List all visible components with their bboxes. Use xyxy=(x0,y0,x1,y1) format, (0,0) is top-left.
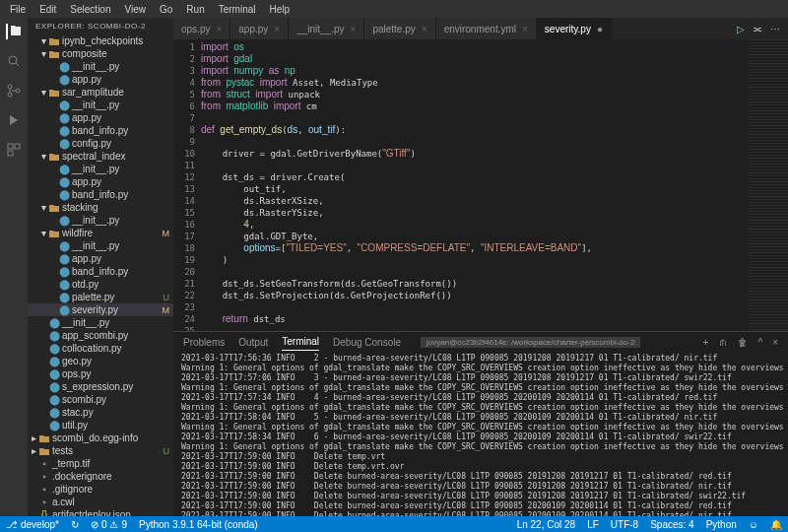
menu-edit[interactable]: Edit xyxy=(33,2,62,17)
tree-item-app.py[interactable]: ⬤app.py xyxy=(28,252,173,265)
tab-severity.py[interactable]: severity.py● xyxy=(537,18,612,39)
tree-item-palette.py[interactable]: ⬤palette.pyU xyxy=(28,291,173,303)
tree-item-__init__.py[interactable]: ⬤__init__.py xyxy=(28,99,173,111)
tree-item-otd.py[interactable]: ⬤otd.py xyxy=(28,278,173,291)
menu-help[interactable]: Help xyxy=(264,2,296,17)
tree-item-.dockerignore[interactable]: ▪.dockerignore xyxy=(28,470,173,483)
code-content[interactable]: import os import gdal import numpy as np… xyxy=(201,39,749,331)
feedback-icon[interactable]: ☺ xyxy=(743,519,764,530)
tree-item-band_info.py[interactable]: ⬤band_info.py xyxy=(28,265,173,278)
tree-item-util.py[interactable]: ⬤util.py xyxy=(28,419,173,432)
tab-environment.yml[interactable]: environment.yml× xyxy=(436,18,537,39)
close-icon[interactable]: × xyxy=(274,24,280,34)
tab-app.py[interactable]: app.py× xyxy=(230,18,289,39)
panel-tab-debug[interactable]: Debug Console xyxy=(333,334,401,351)
tree-item-.gitignore[interactable]: ▪.gitignore xyxy=(28,483,173,496)
close-icon[interactable]: × xyxy=(351,24,357,34)
tree-item-app.py[interactable]: ⬤app.py xyxy=(28,175,173,188)
run-debug-icon[interactable] xyxy=(6,112,22,128)
tree-item-config.py[interactable]: ⬤config.py xyxy=(28,137,173,150)
sync-icon[interactable]: ↻ xyxy=(65,519,85,530)
tree-item-a.cwl[interactable]: ▪a.cwl xyxy=(28,496,173,508)
panel-tab-problems[interactable]: Problems xyxy=(183,334,225,351)
tree-item-__init__.py[interactable]: ⬤__init__.py xyxy=(28,163,173,175)
tree-item-artifactdeploy.json[interactable]: {}artifactdeploy.json xyxy=(28,508,173,516)
tree-item-band_info.py[interactable]: ⬤band_info.py xyxy=(28,188,173,201)
tree-item-ipynb_checkpoints[interactable]: ▾ipynb_checkpoints xyxy=(28,34,173,47)
menu-go[interactable]: Go xyxy=(154,2,178,17)
problems-count[interactable]: ⊘0 ⚠9 xyxy=(85,519,133,530)
tree-item-__init__.py[interactable]: ⬤__init__.py xyxy=(28,60,173,73)
close-icon[interactable]: × xyxy=(522,24,528,34)
tree-item-stacking[interactable]: ▾stacking xyxy=(28,201,173,214)
menu-terminal[interactable]: Terminal xyxy=(213,2,262,17)
close-icon[interactable]: × xyxy=(216,24,222,34)
file-icon: ▪ xyxy=(39,459,49,469)
tree-item-tests[interactable]: ▸testsU xyxy=(28,444,173,457)
extensions-icon[interactable] xyxy=(6,142,22,158)
tab-label: ops.py xyxy=(181,24,210,34)
tree-item-scombi_do.egg-info[interactable]: ▸scombi_do.egg-info xyxy=(28,432,173,444)
tree-item-app_scombi.py[interactable]: ⬤app_scombi.py xyxy=(28,329,173,342)
tree-item-severity.py[interactable]: ⬤severity.pyM xyxy=(28,303,173,316)
tree-item-spectral_index[interactable]: ▾spectral_index xyxy=(28,150,173,163)
tree-item-sar_amplitude[interactable]: ▾sar_amplitude xyxy=(28,86,173,99)
tree-item-band_info.py[interactable]: ⬤band_info.py xyxy=(28,124,173,137)
menu-view[interactable]: View xyxy=(119,2,153,17)
git-branch[interactable]: ⎇ develop* xyxy=(0,519,65,530)
tree-item-__init__.py[interactable]: ⬤__init__.py xyxy=(28,239,173,252)
py-icon: ⬤ xyxy=(59,75,69,85)
tree-item-geo.py[interactable]: ⬤geo.py xyxy=(28,355,173,367)
menu-run[interactable]: Run xyxy=(180,2,210,17)
terminal-output[interactable]: 2021-03-17T17:56:36 INFO 2 - burned-area… xyxy=(173,352,788,516)
tree-item-ops.py[interactable]: ⬤ops.py xyxy=(28,367,173,380)
maximize-panel-icon[interactable]: ^ xyxy=(757,337,762,348)
py-icon: ⬤ xyxy=(59,254,69,264)
close-icon[interactable]: × xyxy=(422,24,427,34)
split-terminal-icon[interactable]: ⫙ xyxy=(718,337,728,348)
py-icon: ⬤ xyxy=(49,382,59,392)
more-icon[interactable]: ⋯ xyxy=(770,24,780,34)
tab-ops.py[interactable]: ops.py× xyxy=(173,18,230,39)
explorer-icon[interactable] xyxy=(6,24,22,39)
tree-item-composite[interactable]: ▾composite xyxy=(28,47,173,60)
tree-item-scombi.py[interactable]: ⬤scombi.py xyxy=(28,393,173,406)
menu-file[interactable]: File xyxy=(4,2,32,17)
file-tree[interactable]: ▾ipynb_checkpoints▾composite⬤__init__.py… xyxy=(28,34,173,516)
tree-item-_temp.tif[interactable]: ▪_temp.tif xyxy=(28,457,173,470)
new-terminal-icon[interactable]: + xyxy=(703,337,709,348)
encoding[interactable]: UTF-8 xyxy=(605,519,644,530)
tree-item-wildfire[interactable]: ▾wildfireM xyxy=(28,227,173,239)
close-panel-icon[interactable]: × xyxy=(772,337,778,348)
tree-item-s_expression.py[interactable]: ⬤s_expression.py xyxy=(28,380,173,393)
language-mode[interactable]: Python xyxy=(700,519,743,530)
tree-item-stac.py[interactable]: ⬤stac.py xyxy=(28,406,173,419)
terminal-selector[interactable]: jovyan@cc23b2f4614e: /workspace/charter-… xyxy=(421,337,640,348)
kill-terminal-icon[interactable]: 🗑 xyxy=(738,337,748,348)
cursor-position[interactable]: Ln 22, Col 28 xyxy=(511,519,582,530)
run-icon[interactable]: ▷ xyxy=(737,24,745,34)
close-icon[interactable]: ● xyxy=(597,24,603,34)
tree-item-app.py[interactable]: ⬤app.py xyxy=(28,111,173,124)
search-icon[interactable] xyxy=(6,53,22,69)
svg-point-1 xyxy=(8,85,12,89)
tree-item-collocation.py[interactable]: ⬤collocation.py xyxy=(28,342,173,355)
source-control-icon[interactable] xyxy=(6,83,22,99)
panel-tab-output[interactable]: Output xyxy=(238,334,268,351)
minimap[interactable] xyxy=(749,39,788,331)
tab-palette.py[interactable]: palette.py× xyxy=(364,18,435,39)
tree-item-__init__.py[interactable]: ⬤__init__.py xyxy=(28,214,173,227)
tree-item-label: __init__.py xyxy=(62,317,109,328)
indentation[interactable]: Spaces: 4 xyxy=(644,519,699,530)
tab-__init__.py[interactable]: __init__.py× xyxy=(289,18,364,39)
tree-item-label: stacking xyxy=(62,202,98,213)
python-env[interactable]: Python 3.9.1 64-bit (conda) xyxy=(133,519,264,530)
eol[interactable]: LF xyxy=(581,519,605,530)
notifications-icon[interactable]: 🔔 xyxy=(764,519,788,530)
tree-item-app.py[interactable]: ⬤app.py xyxy=(28,73,173,86)
panel-tab-terminal[interactable]: Terminal xyxy=(282,333,319,351)
menu-selection[interactable]: Selection xyxy=(64,2,116,17)
split-editor-icon[interactable]: ⫘ xyxy=(753,24,762,34)
editor-body[interactable]: 1234567891011121314151617181920212223242… xyxy=(173,39,788,331)
tree-item-__init__.py[interactable]: ⬤__init__.py xyxy=(28,316,173,329)
